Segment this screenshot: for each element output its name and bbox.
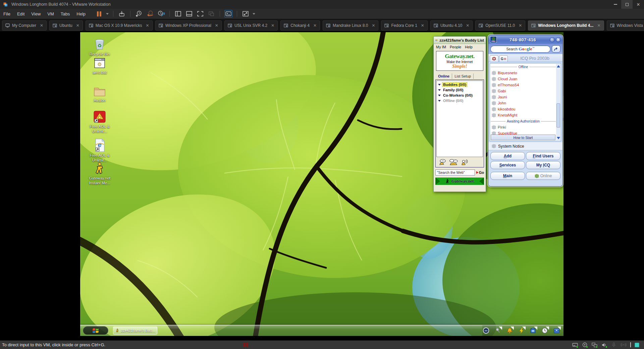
vm-tab[interactable]: Chokanji 4 ✕ — [280, 20, 320, 31]
chevron-down-icon[interactable] — [438, 84, 441, 86]
buddy-group-row[interactable]: Co-Workers (0/0) — [437, 93, 482, 98]
main-button[interactable]: Main — [490, 172, 525, 180]
chevron-down-icon[interactable] — [438, 89, 441, 91]
start-button[interactable] — [83, 326, 108, 335]
signal-icon[interactable] — [621, 342, 627, 348]
buddy-menu-item[interactable]: Help — [465, 45, 473, 49]
reminder-bell-icon[interactable] — [506, 327, 513, 334]
contact-row[interactable]: Pinki — [491, 124, 556, 130]
contact-row[interactable]: Gabi — [491, 88, 556, 94]
chevron-down-icon[interactable] — [438, 95, 441, 96]
vm-tab[interactable]: Windows Vista ✕ — [607, 20, 644, 31]
desktop-icon-recycle-bin[interactable]: ♻ Recycle Bin — [82, 36, 117, 56]
icq-titlebar[interactable]: PRO 748-807-416 – ✕ — [488, 35, 562, 44]
tab-close-icon[interactable]: ✕ — [40, 23, 43, 28]
desktop-icon-aero-bat[interactable]: ⚙ aero.bat — [82, 57, 117, 75]
services-button[interactable]: Services — [490, 161, 525, 169]
unity-mode-icon[interactable] — [207, 10, 215, 17]
close-button[interactable]: ✕ — [633, 0, 644, 9]
fullscreen-icon[interactable] — [196, 10, 204, 17]
buddy-menu-item[interactable]: My IM — [436, 45, 446, 49]
maximize-button[interactable] — [621, 0, 633, 9]
minimize-button[interactable] — [610, 0, 621, 9]
vm-tab[interactable]: USL Unix SVR 4.2 ✕ — [224, 20, 278, 31]
tab-my-computer[interactable]: My Computer ✕ — [2, 20, 47, 31]
scrollbar-thumb[interactable] — [556, 103, 560, 128]
desktop-icon-gateway-im[interactable]: Gateway.net Instant Me... — [82, 162, 117, 185]
online-status-button[interactable]: Online — [526, 172, 560, 180]
network-adapter-icon[interactable] — [591, 342, 597, 348]
microphone-icon[interactable] — [611, 342, 617, 348]
chevron-down-icon[interactable] — [438, 100, 441, 102]
desktop-icon-free-aol-web[interactable]: e Free AOL & Unlimit... — [82, 138, 117, 162]
menu-item[interactable]: File — [0, 11, 14, 16]
vm-tab[interactable]: Ubuntu ✕ — [49, 20, 83, 31]
contact-row[interactable]: Cloud Juan — [491, 76, 556, 82]
contact-row[interactable]: John — [491, 100, 556, 106]
desktop-icon-avalon[interactable]: Avalon — [82, 85, 117, 103]
pause-dropdown-icon[interactable] — [106, 13, 109, 15]
cd-rom-icon[interactable] — [582, 342, 588, 348]
tab-close-icon[interactable]: ✕ — [215, 23, 218, 28]
icq-cube-icon[interactable] — [529, 327, 537, 334]
guest-screen[interactable]: ♻ Recycle Bin ⚙ aero.bat — [80, 32, 564, 336]
show-library-panel-icon[interactable] — [174, 10, 182, 17]
talk-person-icon[interactable] — [461, 159, 469, 166]
chat-people-icon[interactable] — [449, 159, 458, 166]
find-users-button[interactable]: Find Users — [526, 152, 560, 160]
manage-snapshots-icon[interactable] — [157, 10, 165, 17]
taskbar-buddy-list-button[interactable]: zzx421flame's Bud... — [113, 327, 157, 335]
ctrl-alt-del-icon[interactable] — [118, 10, 126, 17]
buddy-group-row[interactable]: Buddies (0/0) — [437, 82, 482, 87]
hard-disk-icon[interactable] — [572, 342, 578, 348]
gateway-banner[interactable]: Gateway.net. — [435, 178, 484, 185]
search-go-button[interactable] — [552, 45, 560, 53]
vm-tab[interactable]: Windows XP Professional ✕ — [155, 20, 222, 31]
revert-snapshot-icon[interactable] — [146, 10, 154, 17]
scroll-up-icon[interactable] — [556, 64, 560, 68]
fit-guest-icon[interactable] — [241, 10, 250, 17]
system-notice-row[interactable]: System Notice — [488, 142, 562, 150]
how-to-start-bar[interactable]: How to Start — [491, 135, 555, 140]
show-desktop-orb-icon[interactable] — [482, 327, 490, 334]
menu-item[interactable]: View — [28, 11, 44, 16]
contact-row[interactable]: Biquesneto — [491, 70, 556, 76]
menu-item[interactable]: Help — [73, 11, 89, 16]
im-person-icon[interactable] — [438, 159, 446, 166]
show-thumbnail-bar-icon[interactable] — [185, 10, 193, 17]
tab-close-icon[interactable]: ✕ — [421, 23, 424, 28]
vm-tab[interactable]: Mac OS X 10.9 Mavericks ✕ — [86, 20, 153, 31]
tab-close-icon[interactable]: ✕ — [76, 23, 79, 28]
vm-tab[interactable]: Fedora Core 1 ✕ — [381, 20, 427, 31]
contact-row[interactable]: elThomas54 — [491, 82, 556, 88]
vm-tab[interactable]: OpenSUSE 11.0 ✕ — [475, 20, 525, 31]
menu-item[interactable]: Edit — [14, 11, 28, 16]
vm-tab[interactable]: Mandrake Linux 8.0 ✕ — [323, 20, 378, 31]
contact-list-scrollbar[interactable] — [556, 64, 560, 141]
scroll-down-icon[interactable] — [556, 136, 560, 140]
buddy-menu-item[interactable]: People — [450, 45, 461, 49]
clock-icon[interactable] — [541, 327, 548, 334]
desktop-icon-free-aol[interactable]: Free AOL & Unlimit... — [82, 110, 117, 134]
add-button[interactable]: Add — [490, 152, 525, 160]
vm-tab[interactable]: Windows Longhorn Build 4... ✕ — [528, 20, 604, 31]
icq-close-button[interactable]: ✕ — [556, 37, 561, 42]
fit-dropdown-icon[interactable] — [253, 13, 255, 15]
buddy-tab[interactable]: List Setup — [452, 73, 474, 79]
search-go-button[interactable]: Go — [476, 170, 484, 174]
sound-icon[interactable] — [601, 342, 607, 348]
contact-row[interactable]: KnetaMight — [491, 112, 556, 118]
buddy-list-titlebar[interactable]: zzx421flame's Buddy List — [434, 37, 486, 44]
menu-item[interactable]: Tabs — [57, 11, 73, 16]
tab-close-icon[interactable]: ✕ — [372, 23, 375, 28]
take-snapshot-icon[interactable] — [135, 10, 143, 17]
pause-vm-icon[interactable] — [95, 10, 103, 17]
lightning-icon[interactable] — [518, 327, 525, 334]
buddy-group-row[interactable]: Offline (0/0) — [437, 98, 482, 103]
pin-icon[interactable] — [494, 327, 501, 334]
my-icq-button[interactable]: My ICQ — [526, 161, 560, 169]
tab-close-icon[interactable]: ✕ — [146, 23, 149, 28]
search-web-input[interactable]: "Search the Web" — [435, 169, 475, 176]
icq-flower-tab[interactable] — [490, 55, 498, 62]
contact-row[interactable]: Jauni — [491, 94, 556, 100]
